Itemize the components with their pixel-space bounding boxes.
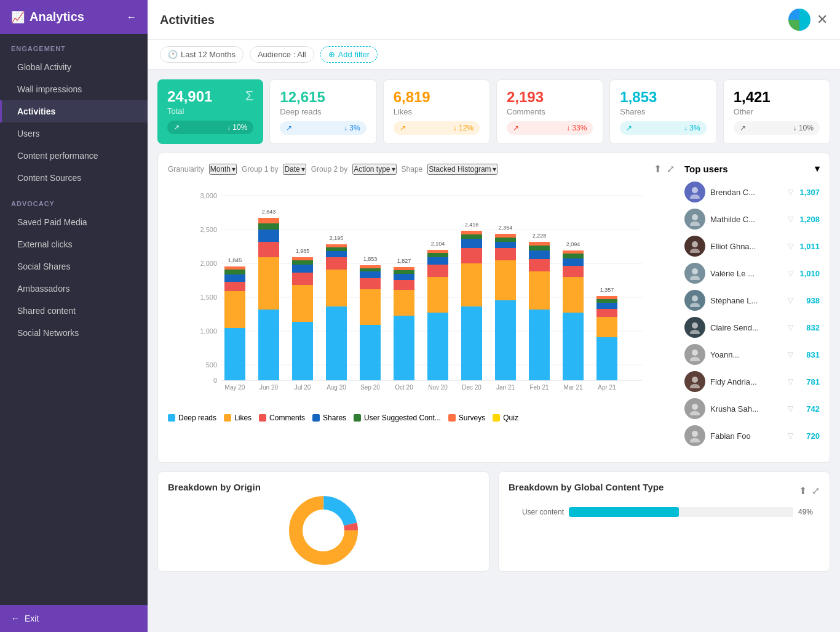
stat-label-other: Other <box>734 107 820 116</box>
svg-text:1,827: 1,827 <box>397 258 411 264</box>
export-button-2[interactable]: ⬆ <box>799 485 807 497</box>
sidebar-item-wall-impressions[interactable]: Wall impressions <box>0 78 148 100</box>
sidebar-item-global-activity[interactable]: Global Activity <box>0 56 148 78</box>
avatar <box>684 344 705 365</box>
svg-rect-23 <box>258 257 279 310</box>
group2-select[interactable]: Action type <box>352 164 396 175</box>
svg-rect-83 <box>495 234 516 238</box>
filter-icon[interactable]: ▽ <box>788 350 793 359</box>
svg-rect-14 <box>224 328 245 380</box>
svg-rect-105 <box>596 303 617 309</box>
svg-rect-67 <box>427 250 448 253</box>
svg-rect-63 <box>427 277 448 313</box>
user-row: Krusha Sah... ▽ 742 <box>684 398 820 419</box>
sidebar-item-social-networks[interactable]: Social Networks <box>0 322 148 344</box>
svg-text:2,228: 2,228 <box>533 233 547 239</box>
time-filter-button[interactable]: 🕐 Last 12 Months <box>160 46 244 63</box>
stat-card-deep-reads: 12,615Deep reads↗↓ 3% <box>269 79 376 144</box>
svg-rect-73 <box>461 239 482 248</box>
sidebar-item-shared-content[interactable]: Shared content <box>0 300 148 322</box>
filter-icon[interactable]: ▽ <box>788 242 793 250</box>
filter-icon[interactable]: ▽ <box>788 404 793 413</box>
close-button[interactable]: ✕ <box>817 13 828 26</box>
sidebar-item-activities[interactable]: Activities <box>0 100 148 122</box>
user-score: 1,208 <box>798 215 820 224</box>
sidebar-item-social-shares[interactable]: Social Shares <box>0 255 148 278</box>
sidebar-item-content-sources[interactable]: Content Sources <box>0 167 148 189</box>
svg-text:Feb 21: Feb 21 <box>529 384 549 391</box>
legend-dot <box>259 414 266 422</box>
chevron-down-icon-5[interactable]: ▾ <box>815 163 820 174</box>
sigma-icon: Σ <box>245 88 254 104</box>
sidebar-item-users[interactable]: Users <box>0 122 148 145</box>
expand-button-2[interactable]: ⤢ <box>812 485 820 497</box>
stat-value-likes: 6,819 <box>394 89 430 106</box>
legend-item: Comments <box>259 414 305 422</box>
svg-rect-18 <box>224 270 245 274</box>
filter-icon[interactable]: ▽ <box>788 431 793 440</box>
export-button[interactable]: ⬆ <box>654 163 662 175</box>
svg-text:May 20: May 20 <box>225 384 245 391</box>
svg-text:2,094: 2,094 <box>566 241 580 247</box>
stat-card-total: 24,901ΣTotal↗↓ 10% <box>157 79 263 144</box>
sidebar-exit-button[interactable]: ← Exit <box>0 605 148 632</box>
svg-rect-34 <box>292 260 313 265</box>
legend-dot <box>354 414 361 422</box>
topbar-actions: ✕ <box>788 9 828 31</box>
sidebar-back-button[interactable]: ← <box>127 12 137 23</box>
sidebar-item-ambassadors[interactable]: Ambassadors <box>0 278 148 300</box>
legend-label: Comments <box>269 414 305 422</box>
chart-legend: Deep readsLikesCommentsSharesUser Sugges… <box>168 414 675 422</box>
sidebar-item-content-performance[interactable]: Content performance <box>0 145 148 167</box>
user-row: Valérie Le ... ▽ 1,010 <box>684 263 820 284</box>
shape-select[interactable]: Stacked Histogram <box>427 164 497 175</box>
svg-rect-78 <box>495 300 516 380</box>
stat-value-other: 1,421 <box>734 89 771 106</box>
shape-label: Shape <box>402 165 423 174</box>
user-row: Mathilde C... ▽ 1,208 <box>684 209 820 230</box>
svg-point-115 <box>690 249 700 253</box>
svg-rect-56 <box>394 280 414 290</box>
filter-icon[interactable]: ▽ <box>788 269 793 278</box>
user-content-bar-track <box>569 507 793 517</box>
svg-point-125 <box>690 384 700 388</box>
stat-label-likes: Likes <box>394 107 480 116</box>
svg-text:Mar 21: Mar 21 <box>563 384 583 391</box>
filter-icon[interactable]: ▽ <box>788 188 793 196</box>
add-filter-button[interactable]: ⊕ Add filter <box>320 46 378 63</box>
sidebar-item-saved-paid-media[interactable]: Saved Paid Media <box>0 211 148 233</box>
expand-button[interactable]: ⤢ <box>667 163 675 175</box>
user-score: 1,011 <box>798 242 820 251</box>
svg-text:1,845: 1,845 <box>228 257 242 263</box>
granularity-label: Granularity <box>168 165 204 174</box>
group1-select[interactable]: Date <box>283 164 306 175</box>
user-row: Yoann... ▽ 831 <box>684 344 820 365</box>
trend-up-icon: ↗ <box>400 124 406 132</box>
filter-icon[interactable]: ▽ <box>788 323 793 332</box>
stat-value-comments: 2,193 <box>507 89 544 106</box>
avatar <box>684 236 705 257</box>
user-score: 781 <box>798 377 820 386</box>
user-score: 1,307 <box>798 188 820 197</box>
filter-icon[interactable]: ▽ <box>788 215 793 223</box>
sidebar-item-external-clicks[interactable]: External clicks <box>0 233 148 255</box>
svg-point-124 <box>692 377 698 383</box>
granularity-select[interactable]: Month <box>209 164 237 175</box>
svg-rect-66 <box>427 253 448 257</box>
svg-text:Jul 20: Jul 20 <box>295 384 311 391</box>
svg-rect-72 <box>461 248 482 263</box>
filter-icon[interactable]: ▽ <box>788 296 793 305</box>
svg-text:1,357: 1,357 <box>600 287 614 293</box>
avatar <box>684 290 705 311</box>
group1-label: Group 1 by <box>242 165 278 174</box>
filter-icon[interactable]: ▽ <box>788 377 793 386</box>
svg-point-121 <box>690 330 700 334</box>
stat-value-total: 24,901 <box>167 88 212 105</box>
svg-rect-88 <box>529 259 550 271</box>
legend-label: Shares <box>323 414 346 422</box>
svg-rect-94 <box>563 313 584 380</box>
breakdown-origin-title: Breakdown by Origin <box>168 482 479 492</box>
stat-label-deep-reads: Deep reads <box>280 107 366 116</box>
audience-filter-button[interactable]: Audience : All <box>250 46 314 63</box>
stat-footer-total: ↗↓ 10% <box>167 121 253 134</box>
